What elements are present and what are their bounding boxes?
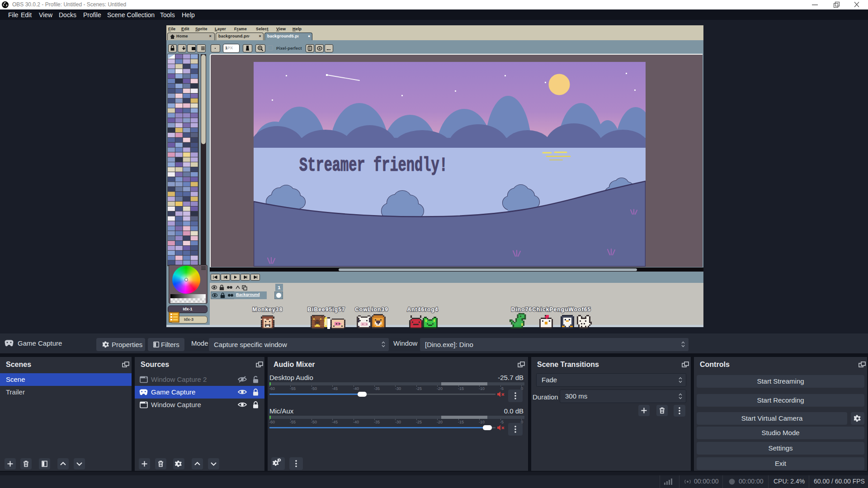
- svg-text:Monkey38: Monkey38: [253, 306, 283, 313]
- svg-text:Dino76ChickPenguWoof65: Dino76ChickPenguWoof65: [511, 306, 591, 313]
- svg-text:1: 1: [278, 285, 281, 291]
- svg-text:Ant46rog4: Ant46rog4: [407, 306, 438, 313]
- svg-text:BiBee95ig57: BiBee95ig57: [307, 306, 345, 313]
- svg-text:CowLion39: CowLion39: [355, 306, 388, 313]
- svg-text:Streamer friendly!: Streamer friendly!: [299, 155, 448, 177]
